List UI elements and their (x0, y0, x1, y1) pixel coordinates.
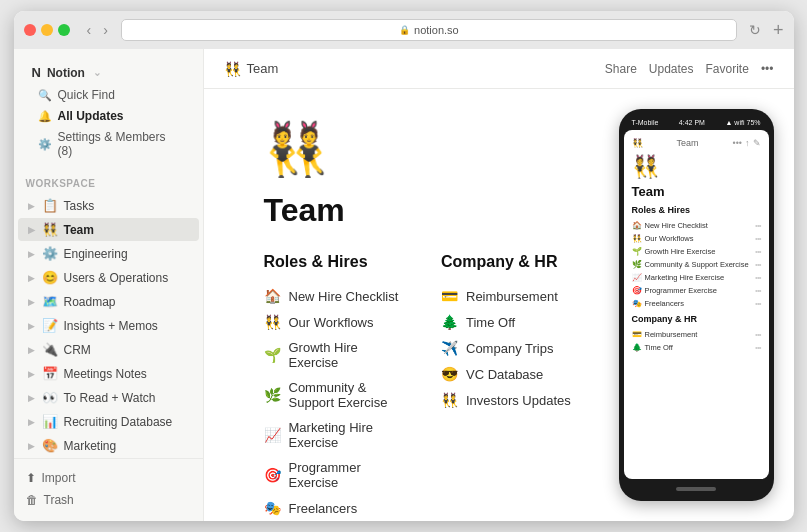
sidebar-item-tasks[interactable]: ▶ 📋 Tasks (18, 194, 199, 217)
list-item[interactable]: 📈 Marketing Hire Exercise (264, 415, 402, 455)
quick-find-label: Quick Find (58, 88, 115, 102)
phone-list-item[interactable]: 🎭 Freelancers ••• (632, 297, 761, 310)
phone-list-item[interactable]: 🌲 Time Off ••• (632, 341, 761, 354)
list-item[interactable]: 🏠 New Hire Checklist (264, 283, 402, 309)
list-item[interactable]: 👯 Our Workflows (264, 309, 402, 335)
sidebar-item-recruiting[interactable]: ▶ 📊 Recruiting Database (18, 410, 199, 433)
nav-buttons: ‹ › (82, 20, 113, 40)
new-tab-button[interactable]: + (773, 20, 784, 41)
phone-list-left: 🏠 New Hire Checklist (632, 221, 708, 230)
phone-list-item[interactable]: 🎯 Programmer Exercise ••• (632, 284, 761, 297)
sidebar-item-emoji: 📅 (42, 366, 58, 381)
sidebar-item-crm[interactable]: ▶ 🔌 CRM (18, 338, 199, 361)
updates-button[interactable]: Updates (649, 62, 694, 76)
phone-item-dots: ••• (755, 286, 760, 295)
import-item[interactable]: ⬆ Import (14, 467, 203, 489)
sidebar-item-roadmap[interactable]: ▶ 🗺️ Roadmap (18, 290, 199, 313)
more-button[interactable]: ••• (761, 62, 774, 76)
import-icon: ⬆ (26, 471, 36, 485)
phone-list-item[interactable]: 🌱 Growth Hire Exercise ••• (632, 245, 761, 258)
phone-list-left: 🎭 Freelancers (632, 299, 685, 308)
sidebar-arrow-icon: ▶ (28, 201, 35, 211)
list-item-emoji: 🏠 (264, 288, 281, 304)
address-bar[interactable]: 🔒 notion.so (121, 19, 737, 41)
list-item[interactable]: 🌿 Community & Support Exercise (264, 375, 402, 415)
phone-roles-list: 🏠 New Hire Checklist ••• 👯 Our Workflows… (632, 219, 761, 310)
search-icon: 🔍 (38, 89, 52, 102)
phone-status-bar: T-Mobile 4:42 PM ▲ wifi 75% (624, 119, 769, 126)
phone-home-bar[interactable] (676, 487, 716, 491)
phone-topbar-icons: ••• ↑ ✎ (733, 138, 761, 148)
phone-list-item[interactable]: 🏠 New Hire Checklist ••• (632, 219, 761, 232)
sidebar-arrow-icon: ▶ (28, 321, 35, 331)
sidebar-item-emoji: 📝 (42, 318, 58, 333)
minimize-button[interactable] (41, 24, 53, 36)
settings-item[interactable]: ⚙️ Settings & Members (8) (30, 127, 187, 161)
favorite-button[interactable]: Favorite (706, 62, 749, 76)
list-item[interactable]: 🌲 Time Off (441, 309, 579, 335)
notion-logo-row[interactable]: N Notion ⌄ (26, 61, 191, 84)
phone-page-heading: Team (632, 184, 761, 199)
phone-list-left: 🌲 Time Off (632, 343, 673, 352)
workspace-section-label: WORKSPACE (14, 170, 203, 193)
sidebar-item-label: Insights + Memos (64, 319, 158, 333)
phone-time: 4:42 PM (679, 119, 705, 126)
forward-button[interactable]: › (98, 20, 113, 40)
all-updates-item[interactable]: 🔔 All Updates (30, 106, 187, 126)
roles-column: Roles & Hires 🏠 New Hire Checklist 👯 Our… (264, 253, 402, 521)
phone-topbar: 👯 Team ••• ↑ ✎ (632, 138, 761, 148)
trash-item[interactable]: 🗑 Trash (14, 489, 203, 511)
close-button[interactable] (24, 24, 36, 36)
sidebar-item-toread[interactable]: ▶ 👀 To Read + Watch (18, 386, 199, 409)
sidebar-item-users[interactable]: ▶ 😊 Users & Operations (18, 266, 199, 289)
phone-wifi-icon: wifi (734, 119, 744, 126)
list-item-emoji: 👯 (441, 392, 458, 408)
phone-more-icon: ••• (733, 138, 742, 148)
phone-list-item[interactable]: 🌿 Community & Support Exercise ••• (632, 258, 761, 271)
phone-share-icon: ↑ (745, 138, 750, 148)
settings-icon: ⚙️ (38, 138, 52, 151)
list-item[interactable]: 👯 Investors Updates (441, 387, 579, 413)
sidebar-item-team[interactable]: ▶ 👯 Team (18, 218, 199, 241)
sidebar-item-emoji: 🗺️ (42, 294, 58, 309)
list-item[interactable]: 🎭 Freelancers (264, 495, 402, 521)
sidebar-item-label: Meetings Notes (64, 367, 147, 381)
sidebar-arrow-icon: ▶ (28, 369, 35, 379)
list-item-emoji: 🎭 (264, 500, 281, 516)
sidebar-item-marketing[interactable]: ▶ 🎨 Marketing (18, 434, 199, 457)
list-item-emoji: ✈️ (441, 340, 458, 356)
list-item-label: Marketing Hire Exercise (289, 420, 402, 450)
share-button[interactable]: Share (605, 62, 637, 76)
list-item[interactable]: 😎 VC Database (441, 361, 579, 387)
list-item[interactable]: 🌱 Growth Hire Exercise (264, 335, 402, 375)
refresh-button[interactable]: ↻ (749, 22, 761, 38)
sidebar-item-meetings[interactable]: ▶ 📅 Meetings Notes (18, 362, 199, 385)
maximize-button[interactable] (58, 24, 70, 36)
list-item[interactable]: ✈️ Company Trips (441, 335, 579, 361)
sidebar-arrow-icon: ▶ (28, 225, 35, 235)
topbar-page-title: Team (247, 61, 279, 76)
phone-status-icons: ▲ wifi 75% (725, 119, 760, 126)
phone-list-label: Freelancers (645, 299, 685, 308)
phone-list-item[interactable]: 💳 Reimbursement ••• (632, 328, 761, 341)
phone-list-emoji: 💳 (632, 330, 642, 339)
phone-list-label: Time Off (645, 343, 673, 352)
sidebar-item-label: Tasks (64, 199, 95, 213)
phone-battery-text: 75% (746, 119, 760, 126)
quick-find-item[interactable]: 🔍 Quick Find (30, 85, 187, 105)
phone-list-left: 🎯 Programmer Exercise (632, 286, 718, 295)
phone-list-item[interactable]: 📈 Marketing Hire Exercise ••• (632, 271, 761, 284)
sidebar-item-label: To Read + Watch (64, 391, 156, 405)
list-item[interactable]: 🎯 Programmer Exercise (264, 455, 402, 495)
sidebar-item-engineering[interactable]: ▶ ⚙️ Engineering (18, 242, 199, 265)
sidebar-item-insights[interactable]: ▶ 📝 Insights + Memos (18, 314, 199, 337)
url-text: notion.so (414, 24, 459, 36)
phone-list-left: 🌿 Community & Support Exercise (632, 260, 749, 269)
phone-list-emoji: 🎭 (632, 299, 642, 308)
phone-topbar-title: Team (677, 138, 699, 148)
phone-list-item[interactable]: 👯 Our Workflows ••• (632, 232, 761, 245)
list-item-emoji: 🌱 (264, 347, 281, 363)
list-item[interactable]: 💳 Reimbursement (441, 283, 579, 309)
back-button[interactable]: ‹ (82, 20, 97, 40)
list-item-label: Time Off (466, 315, 515, 330)
